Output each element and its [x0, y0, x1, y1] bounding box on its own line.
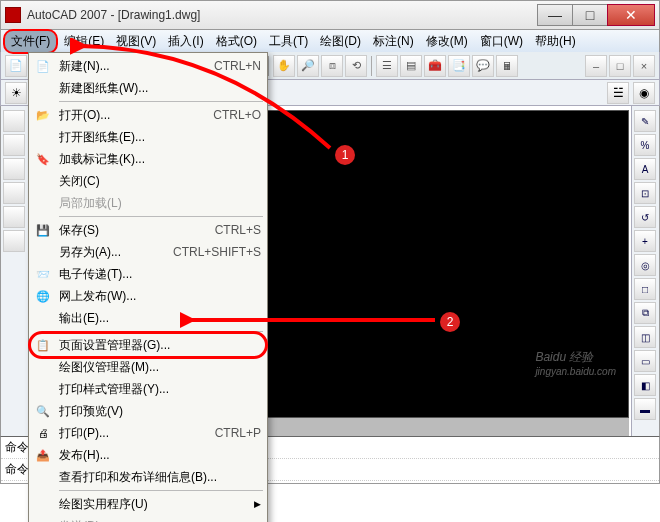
file-menu-item-3[interactable]: 📂打开(O)...CTRL+O [31, 104, 265, 126]
file-menu-item-10[interactable]: 另存为(A)...CTRL+SHIFT+S [31, 241, 265, 263]
layer-states-icon[interactable]: ☱ [607, 82, 629, 104]
menu-item-label: 另存为(A)... [59, 244, 173, 261]
watermark: Baidu 经验 jingyan.baidu.com [535, 347, 616, 377]
file-menu-item-4[interactable]: 打开图纸集(E)... [31, 126, 265, 148]
new-icon[interactable]: 📄 [5, 55, 27, 77]
menu-item-icon [35, 469, 51, 485]
annotation-badge-2: 2 [440, 312, 460, 332]
pan-icon[interactable]: ✋ [273, 55, 295, 77]
file-menu-item-20[interactable]: 📤发布(H)... [31, 444, 265, 466]
menu-item-label: 页面设置管理器(G)... [59, 337, 261, 354]
close-button[interactable]: ✕ [607, 4, 655, 26]
menu-item-4[interactable]: 格式(O) [210, 31, 263, 52]
calc-icon[interactable]: 🖩 [496, 55, 518, 77]
file-menu-item-5[interactable]: 🔖加载标记集(K)... [31, 148, 265, 170]
menu-item-icon [35, 496, 51, 512]
line-icon[interactable] [3, 110, 25, 132]
menu-item-9[interactable]: 窗口(W) [474, 31, 529, 52]
file-menu-item-19[interactable]: 🖨打印(P)...CTRL+P [31, 422, 265, 444]
modify-tool-12[interactable]: ▬ [634, 398, 656, 420]
layer-iso-icon[interactable]: ◉ [633, 82, 655, 104]
rect-icon[interactable] [3, 134, 25, 156]
sheet-set-icon[interactable]: 📑 [448, 55, 470, 77]
file-menu-item-21[interactable]: 查看打印和发布详细信息(B)... [31, 466, 265, 488]
modify-tool-2[interactable]: A [634, 158, 656, 180]
menu-item-shortcut: CTRL+N [214, 59, 261, 73]
file-menu-item-15[interactable]: 📋页面设置管理器(G)... [31, 334, 265, 356]
file-menu-item-16[interactable]: 绘图仪管理器(M)... [31, 356, 265, 378]
file-menu-item-13[interactable]: 输出(E)... [31, 307, 265, 329]
arc-icon[interactable] [3, 182, 25, 204]
modify-tool-5[interactable]: + [634, 230, 656, 252]
menu-item-shortcut: CTRL+S [215, 223, 261, 237]
menu-item-label: 打印样式管理器(Y)... [59, 381, 261, 398]
maximize-button[interactable]: □ [572, 4, 608, 26]
menu-item-icon: 📄 [35, 58, 51, 74]
modify-tool-0[interactable]: ✎ [634, 110, 656, 132]
menu-item-icon [35, 195, 51, 211]
file-menu-item-23[interactable]: 绘图实用程序(U)▶ [31, 493, 265, 515]
file-menu-dropdown: 📄新建(N)...CTRL+N新建图纸集(W)...📂打开(O)...CTRL+… [28, 52, 268, 522]
tool-palettes-icon[interactable]: 🧰 [424, 55, 446, 77]
menu-item-7[interactable]: 标注(N) [367, 31, 420, 52]
layer-props-icon[interactable]: ☀ [5, 82, 27, 104]
dc-icon[interactable]: ▤ [400, 55, 422, 77]
modify-tool-11[interactable]: ◧ [634, 374, 656, 396]
menu-item-label: 打开图纸集(E)... [59, 129, 261, 146]
menu-item-6[interactable]: 绘图(D) [314, 31, 367, 52]
menu-item-icon [35, 518, 51, 522]
file-menu-item-7: 局部加载(L) [31, 192, 265, 214]
modify-tool-6[interactable]: ◎ [634, 254, 656, 276]
file-menu-item-17[interactable]: 打印样式管理器(Y)... [31, 378, 265, 400]
minimize-button[interactable]: — [537, 4, 573, 26]
menu-item-10[interactable]: 帮助(H) [529, 31, 582, 52]
properties-icon[interactable]: ☰ [376, 55, 398, 77]
modify-tool-3[interactable]: ⊡ [634, 182, 656, 204]
menu-item-5[interactable]: 工具(T) [263, 31, 314, 52]
menu-item-label: 打印预览(V) [59, 403, 261, 420]
title-bar: AutoCAD 2007 - [Drawing1.dwg] — □ ✕ [0, 0, 660, 30]
file-menu-item-6[interactable]: 关闭(C) [31, 170, 265, 192]
modify-tool-9[interactable]: ◫ [634, 326, 656, 348]
menu-item-label: 输出(E)... [59, 310, 261, 327]
menu-item-icon [35, 173, 51, 189]
menu-item-label: 打开(O)... [59, 107, 213, 124]
markup-icon[interactable]: 💬 [472, 55, 494, 77]
file-menu-item-0[interactable]: 📄新建(N)...CTRL+N [31, 55, 265, 77]
menu-item-icon: 💾 [35, 222, 51, 238]
menu-item-0[interactable]: 文件(F) [3, 29, 58, 54]
file-menu-item-11[interactable]: 📨电子传递(T)... [31, 263, 265, 285]
menu-item-shortcut: CTRL+SHIFT+S [173, 245, 261, 259]
menu-item-label: 绘图仪管理器(M)... [59, 359, 261, 376]
doc-min-icon[interactable]: – [585, 55, 607, 77]
hatch-icon[interactable] [3, 230, 25, 252]
zoom-rt-icon[interactable]: 🔎 [297, 55, 319, 77]
file-menu-item-12[interactable]: 🌐网上发布(W)... [31, 285, 265, 307]
doc-max-icon[interactable]: □ [609, 55, 631, 77]
file-menu-item-18[interactable]: 🔍打印预览(V) [31, 400, 265, 422]
menu-item-label: 关闭(C) [59, 173, 261, 190]
menu-item-1[interactable]: 编辑(E) [58, 31, 110, 52]
menu-item-icon [35, 359, 51, 375]
annotation-badge-1: 1 [335, 145, 355, 165]
modify-tool-7[interactable]: □ [634, 278, 656, 300]
poly-icon[interactable] [3, 206, 25, 228]
menu-item-label: 打印(P)... [59, 425, 215, 442]
zoom-prev-icon[interactable]: ⟲ [345, 55, 367, 77]
menu-item-icon: 🌐 [35, 288, 51, 304]
modify-tool-1[interactable]: % [634, 134, 656, 156]
file-menu-item-9[interactable]: 💾保存(S)CTRL+S [31, 219, 265, 241]
circle-icon[interactable] [3, 158, 25, 180]
menu-item-icon: 📂 [35, 107, 51, 123]
zoom-window-icon[interactable]: ⧈ [321, 55, 343, 77]
doc-close-icon[interactable]: × [633, 55, 655, 77]
modify-tool-8[interactable]: ⧉ [634, 302, 656, 324]
menu-item-3[interactable]: 插入(I) [162, 31, 209, 52]
menu-item-8[interactable]: 修改(M) [420, 31, 474, 52]
file-menu-item-1[interactable]: 新建图纸集(W)... [31, 77, 265, 99]
modify-tool-10[interactable]: ▭ [634, 350, 656, 372]
modify-tool-4[interactable]: ↺ [634, 206, 656, 228]
menu-item-label: 网上发布(W)... [59, 288, 261, 305]
menu-item-label: 绘图实用程序(U) [59, 496, 261, 513]
menu-item-2[interactable]: 视图(V) [110, 31, 162, 52]
